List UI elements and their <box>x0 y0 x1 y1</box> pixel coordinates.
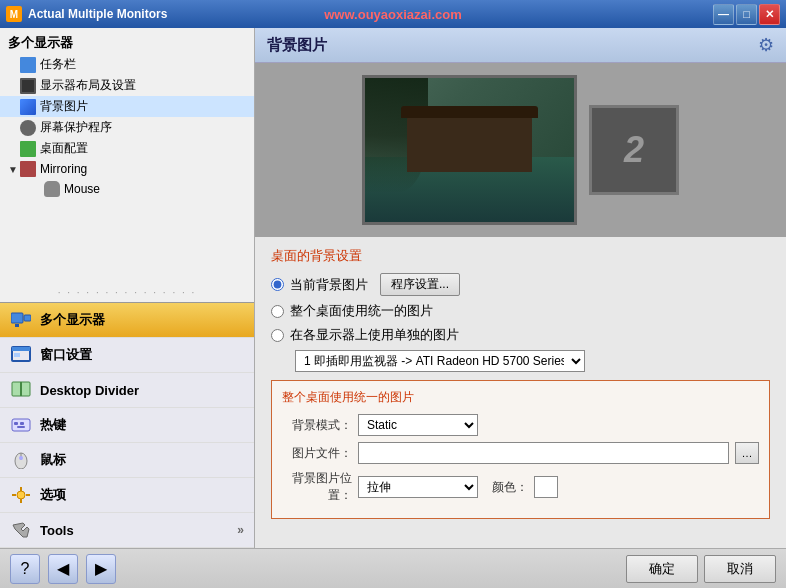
hotkeys-nav-icon <box>10 414 32 436</box>
multi-monitor-nav-icon <box>10 309 32 331</box>
unified-section-title: 整个桌面使用统一的图片 <box>282 389 759 406</box>
back-button[interactable]: ◀ <box>48 554 78 584</box>
unified-section: 整个桌面使用统一的图片 背景模式： StaticStretchTileCente… <box>271 380 770 519</box>
desktop-divider-nav-icon <box>10 379 32 401</box>
forward-button[interactable]: ▶ <box>86 554 116 584</box>
monitor-select[interactable]: 1 即插即用监视器 -> ATI Radeon HD 5700 Series <box>295 350 585 372</box>
help-icon: ? <box>21 560 30 578</box>
footer: ? ◀ ▶ 确定 取消 <box>0 548 786 588</box>
svg-rect-17 <box>20 499 22 503</box>
separator: · · · · · · · · · · · · · · · <box>0 283 254 302</box>
svg-rect-16 <box>20 487 22 491</box>
wallpaper-icon <box>20 99 36 115</box>
position-row: 背景图片位置： 拉伸居中平铺填充 颜色： <box>282 470 759 504</box>
mirroring-icon <box>20 161 36 177</box>
nav-item-desktop-divider[interactable]: Desktop Divider <box>0 373 254 408</box>
titlebar: M Actual Multiple Monitors www.ouyaoxiaz… <box>0 0 786 28</box>
taskbar-icon <box>20 57 36 73</box>
nav-item-mouse[interactable]: 鼠标 <box>0 443 254 478</box>
sidebar-nav: 多个显示器 窗口设置 Desktop Divider 热键 <box>0 302 254 548</box>
radio-row-3: 在各显示器上使用单独的图片 <box>271 326 770 344</box>
svg-rect-2 <box>15 324 19 327</box>
forward-icon: ▶ <box>95 559 107 578</box>
display-icon <box>20 78 36 94</box>
svg-rect-0 <box>11 313 23 323</box>
tree-item-screensaver[interactable]: 屏幕保护程序 <box>0 117 254 138</box>
radio-current-wallpaper[interactable] <box>271 278 284 291</box>
app-icon: M <box>6 6 22 22</box>
preview-area: 2 <box>255 63 786 237</box>
footer-icons: ? ◀ ▶ <box>10 554 116 584</box>
nav-item-window-settings[interactable]: 窗口设置 <box>0 338 254 373</box>
desktop-icon <box>20 141 36 157</box>
tree-item-mouse[interactable]: Mouse <box>0 179 254 199</box>
monitor2-preview: 2 <box>589 105 679 195</box>
footer-buttons: 确定 取消 <box>626 555 776 583</box>
bg-mode-select[interactable]: StaticStretchTileCenterFillFit <box>358 414 478 436</box>
svg-rect-5 <box>14 353 20 357</box>
svg-rect-18 <box>12 494 16 496</box>
radio-unified-wallpaper-label: 整个桌面使用统一的图片 <box>290 302 433 320</box>
monitor1-content <box>365 78 574 222</box>
color-picker[interactable] <box>534 476 558 498</box>
scene-building <box>407 114 532 172</box>
nav-item-hotkeys[interactable]: 热键 <box>0 408 254 443</box>
gear-icon[interactable]: ⚙ <box>758 34 774 56</box>
file-row: 图片文件： … <box>282 442 759 464</box>
cancel-button[interactable]: 取消 <box>704 555 776 583</box>
color-label: 颜色： <box>492 479 528 496</box>
radio-individual-wallpaper[interactable] <box>271 329 284 342</box>
mouse-icon <box>44 181 60 197</box>
svg-rect-1 <box>24 315 31 321</box>
content-panel: 背景图片 ⚙ 2 桌面的背景设置 当前背景图片 程 <box>255 28 786 548</box>
tree-item-taskbar[interactable]: 任务栏 <box>0 54 254 75</box>
screen-icon <box>20 120 36 136</box>
options-nav-icon <box>10 484 32 506</box>
bg-mode-row: 背景模式： StaticStretchTileCenterFillFit <box>282 414 759 436</box>
settings-section-title: 桌面的背景设置 <box>271 247 770 265</box>
radio-unified-wallpaper[interactable] <box>271 305 284 318</box>
bg-mode-label: 背景模式： <box>282 417 352 434</box>
window-settings-nav-icon <box>10 344 32 366</box>
content-title: 背景图片 <box>267 36 327 55</box>
mouse-nav-icon <box>10 449 32 471</box>
close-button[interactable]: ✕ <box>759 4 780 25</box>
position-label: 背景图片位置： <box>282 470 352 504</box>
nav-item-options[interactable]: 选项 <box>0 478 254 513</box>
tree-item-wallpaper[interactable]: 背景图片 <box>0 96 254 117</box>
sidebar: 多个显示器 任务栏 显示器布局及设置 背景图片 屏幕保护程序 桌面配置 <box>0 28 255 548</box>
svg-point-15 <box>17 491 25 499</box>
radio-row-1: 当前背景图片 程序设置... <box>271 273 770 296</box>
radio-individual-wallpaper-label: 在各显示器上使用单独的图片 <box>290 326 459 344</box>
tools-nav-icon <box>10 519 32 541</box>
expand-icon[interactable]: ▼ <box>8 164 18 175</box>
radio-row-2: 整个桌面使用统一的图片 <box>271 302 770 320</box>
svg-rect-19 <box>26 494 30 496</box>
svg-point-14 <box>19 456 23 460</box>
nav-expand-icon: » <box>237 523 244 537</box>
program-settings-button[interactable]: 程序设置... <box>380 273 460 296</box>
tree-item-mirroring[interactable]: ▼ Mirroring <box>0 159 254 179</box>
nav-item-multi-monitor[interactable]: 多个显示器 <box>0 303 254 338</box>
minimize-button[interactable]: — <box>713 4 734 25</box>
sidebar-header: 多个显示器 <box>0 32 254 54</box>
help-button[interactable]: ? <box>10 554 40 584</box>
svg-rect-10 <box>20 422 24 425</box>
content-header: 背景图片 ⚙ <box>255 28 786 63</box>
browse-button[interactable]: … <box>735 442 759 464</box>
position-select[interactable]: 拉伸居中平铺填充 <box>358 476 478 498</box>
window-controls: — □ ✕ <box>713 4 780 25</box>
tree-item-display-layout[interactable]: 显示器布局及设置 <box>0 75 254 96</box>
svg-rect-4 <box>12 347 30 351</box>
main-layout: 多个显示器 任务栏 显示器布局及设置 背景图片 屏幕保护程序 桌面配置 <box>0 28 786 548</box>
watermark: www.ouyaoxiazai.com <box>324 7 462 22</box>
nav-item-tools[interactable]: Tools » <box>0 513 254 548</box>
svg-rect-9 <box>14 422 18 425</box>
maximize-button[interactable]: □ <box>736 4 757 25</box>
tree-item-desktop-config[interactable]: 桌面配置 <box>0 138 254 159</box>
file-input[interactable] <box>358 442 729 464</box>
ok-button[interactable]: 确定 <box>626 555 698 583</box>
svg-rect-11 <box>17 426 25 428</box>
radio-current-wallpaper-label: 当前背景图片 <box>290 276 368 294</box>
monitor1-preview <box>362 75 577 225</box>
